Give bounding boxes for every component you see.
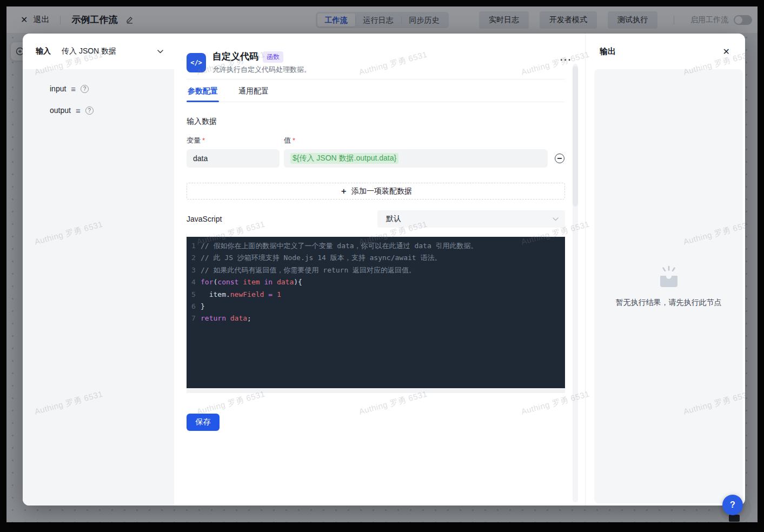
code-token [273, 290, 277, 298]
code-token: item [243, 278, 260, 286]
help-circle-icon[interactable]: ? [85, 107, 94, 115]
node-config-panel: </> 自定义代码 函数 允许执行自定义代码处理数据。 ··· 参数配置 通用配… [174, 34, 585, 506]
code-line: 6} [187, 301, 565, 312]
line-number: 3 [191, 264, 201, 276]
language-label: JavaScript [187, 215, 222, 223]
tree-lines-icon[interactable]: ≡ [76, 107, 81, 115]
code-token: for [201, 278, 213, 286]
code-token: ){ [294, 278, 302, 286]
code-node-icon: </> [187, 53, 206, 72]
code-line: 7return data; [187, 312, 565, 324]
variable-reference-token[interactable]: ${传入 JSON 数据.output.data} [290, 153, 398, 164]
code-editor[interactable]: 1// 假如你在上面的数据中定义了一个变量 data，你可以在此通过 data … [187, 237, 565, 388]
line-number: 6 [191, 301, 201, 312]
field-name: output [50, 106, 71, 115]
code-line: 1// 假如你在上面的数据中定义了一个变量 data，你可以在此通过 data … [187, 240, 565, 252]
line-number: 1 [191, 240, 201, 252]
input-source-select[interactable]: 传入 JSON 数据 [56, 42, 167, 61]
help-button[interactable]: ? [722, 495, 743, 515]
line-number: 7 [191, 312, 201, 324]
input-fields-list: input ≡ ? output ≡ ? [23, 69, 174, 506]
page: ✕ 退出 示例工作流 工作流 运行日志 同步历史 实时日志 开发者模式 测试执行 [0, 0, 764, 532]
variable-label: 变量* [187, 136, 284, 145]
code-line: 4for(const item in data){ [187, 276, 565, 288]
tree-lines-icon[interactable]: ≡ [71, 85, 76, 93]
empty-state-text: 暂无执行结果，请先执行此节点 [616, 298, 722, 308]
line-number: 4 [191, 276, 201, 288]
panel-scrollbar-thumb[interactable] [573, 66, 578, 207]
save-button[interactable]: 保存 [187, 414, 220, 431]
list-item-output[interactable]: output ≡ ? [50, 99, 174, 121]
code-token [226, 314, 230, 322]
code-token: data [230, 314, 247, 322]
line-number: 2 [191, 252, 201, 264]
output-title: 输出 [600, 46, 616, 57]
value-input[interactable]: ${传入 JSON 数据.output.data} [284, 149, 548, 168]
tab-parameter-config[interactable]: 参数配置 [187, 79, 219, 102]
remove-row-icon[interactable] [555, 154, 564, 163]
list-item-input[interactable]: input ≡ ? [50, 78, 174, 99]
config-tabs: 参数配置 通用配置 [187, 79, 565, 102]
field-name: input [50, 84, 66, 93]
runtime-select[interactable]: 默认 [377, 210, 565, 228]
code-token: return [201, 314, 226, 322]
add-row-label: 添加一项装配数据 [351, 187, 412, 196]
output-empty-state: 暂无执行结果，请先执行此节点 [594, 69, 743, 503]
output-panel: 输出 ✕ 暂无执行结果，请先执行此节点 [585, 34, 745, 506]
code-token: 1 [277, 290, 281, 298]
editor-horizontal-scrollbar[interactable] [187, 388, 565, 393]
code-line: 3// 如果此代码有返回值，你需要使用 return 返回对应的返回值。 [187, 264, 565, 276]
variable-input[interactable]: data [187, 149, 280, 168]
language-row: JavaScript 默认 [187, 210, 565, 228]
input-source-value: 传入 JSON 数据 [62, 46, 116, 56]
line-number: 5 [191, 289, 201, 301]
input-source-panel: 输入 传入 JSON 数据 input ≡ ? output ≡ ? [23, 34, 174, 506]
chevron-down-icon [553, 217, 559, 221]
code-token: = [268, 290, 273, 298]
section-title-input-data: 输入数据 [187, 117, 585, 127]
chevron-down-icon [157, 50, 163, 54]
node-header: </> 自定义代码 函数 允许执行自定义代码处理数据。 [187, 50, 565, 75]
assign-row-labels: 变量* 值* [187, 136, 565, 145]
node-type-badge: 函数 [263, 51, 283, 63]
node-config-modal: 输入 传入 JSON 数据 input ≡ ? output ≡ ? [23, 34, 745, 506]
code-token: // 假如你在上面的数据中定义了一个变量 data，你可以在此通过 data 引… [201, 242, 478, 250]
required-mark: * [202, 136, 205, 144]
code-token: in [264, 278, 273, 286]
node-title: 自定义代码 [212, 50, 258, 63]
empty-inbox-icon [655, 265, 682, 289]
plus-icon: ＋ [340, 186, 348, 196]
close-icon[interactable]: ✕ [723, 46, 730, 57]
node-subtitle: 允许执行自定义代码处理数据。 [212, 65, 311, 75]
code-line: 2// 此 JS 沙箱环境支持 Node.js 14 版本，支持 async/a… [187, 252, 565, 264]
add-assign-row-button[interactable]: ＋ 添加一项装配数据 [187, 183, 565, 200]
code-token: const [217, 278, 238, 286]
more-options-icon[interactable]: ··· [560, 57, 572, 63]
help-circle-icon[interactable]: ? [81, 85, 89, 93]
code-token: } [201, 302, 205, 310]
code-token [273, 278, 277, 286]
assign-row: data ${传入 JSON 数据.output.data} [187, 149, 573, 168]
panel-scrollbar-track [573, 64, 578, 502]
code-token: newField [230, 290, 264, 298]
code-token: // 此 JS 沙箱环境支持 Node.js 14 版本，支持 async/aw… [201, 254, 441, 262]
code-line: 5 item.newField = 1 [187, 289, 565, 301]
code-token: data [277, 278, 294, 286]
value-label: 值* [284, 136, 295, 145]
runtime-selected-value: 默认 [386, 214, 401, 224]
code-token: item. [201, 290, 230, 298]
node-header-text: 自定义代码 函数 允许执行自定义代码处理数据。 [212, 50, 311, 75]
output-header: 输出 ✕ [586, 34, 745, 57]
code-token: // 如果此代码有返回值，你需要使用 return 返回对应的返回值。 [201, 266, 416, 274]
code-token: ; [247, 314, 251, 322]
required-mark: * [293, 136, 295, 144]
input-label: 输入 [36, 46, 51, 56]
tab-general-config[interactable]: 通用配置 [237, 79, 270, 102]
input-source-header: 输入 传入 JSON 数据 [23, 34, 174, 69]
